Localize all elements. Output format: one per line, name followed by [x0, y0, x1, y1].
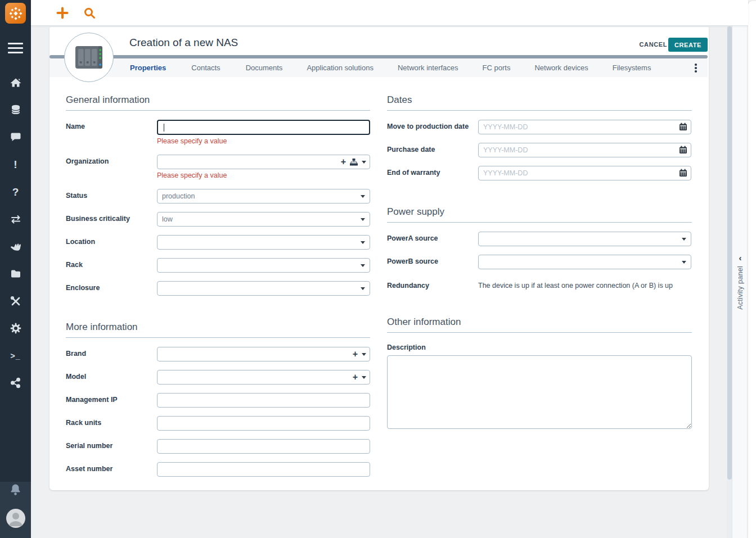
- field-row-enclosure: Enclosure: [66, 281, 370, 296]
- chat-icon[interactable]: [0, 129, 31, 144]
- activity-panel-label[interactable]: Activity panel: [736, 266, 744, 310]
- end-of-warranty-date-input[interactable]: [478, 166, 691, 180]
- organization-select[interactable]: +: [157, 155, 370, 169]
- status-select[interactable]: production: [157, 189, 370, 204]
- section-title-power-supply: Power supply: [387, 206, 692, 223]
- add-brand-icon[interactable]: +: [353, 350, 358, 359]
- management-ip-input[interactable]: [157, 393, 370, 408]
- text-cursor: [164, 124, 164, 132]
- object-creation-card: Creation of a new NAS CANCEL CREATE Prop…: [50, 27, 709, 490]
- helping-hand-icon[interactable]: [0, 239, 31, 254]
- move-to-production-date-input[interactable]: [478, 120, 691, 134]
- create-button[interactable]: CREATE: [668, 38, 708, 52]
- field-row-status: Status production: [66, 189, 370, 204]
- folder-icon[interactable]: [0, 266, 31, 281]
- activity-panel-collapsed: ‹ Activity panel: [732, 26, 748, 538]
- location-select[interactable]: [157, 235, 370, 250]
- tab-network-interfaces[interactable]: Network interfaces: [398, 64, 458, 72]
- description-textarea[interactable]: [387, 355, 692, 429]
- model-select[interactable]: +: [157, 370, 370, 385]
- rack-units-input[interactable]: [157, 416, 370, 431]
- tab-overflow-kebab-icon[interactable]: [692, 63, 700, 73]
- tab-fc-ports[interactable]: FC ports: [483, 64, 511, 72]
- tab-contacts[interactable]: Contacts: [191, 64, 220, 72]
- menu-icon[interactable]: [8, 43, 23, 56]
- field-row-powerb-source: PowerB source: [387, 255, 692, 269]
- cancel-button[interactable]: CANCEL: [640, 41, 667, 48]
- field-row-powera-source: PowerA source: [387, 232, 692, 246]
- expand-activity-panel-chevron-icon[interactable]: ‹: [739, 254, 742, 262]
- tab-filesystems[interactable]: Filesystems: [613, 64, 651, 72]
- tab-documents[interactable]: Documents: [246, 64, 283, 72]
- itop-logo[interactable]: [5, 3, 26, 24]
- share-icon[interactable]: [0, 375, 31, 390]
- notifications-bell-icon[interactable]: [0, 482, 31, 500]
- management-ip-label: Management IP: [66, 393, 157, 408]
- tab-properties[interactable]: Properties: [130, 64, 166, 72]
- calendar-icon[interactable]: [679, 169, 687, 177]
- model-dropdown-caret-icon[interactable]: [362, 376, 366, 379]
- scrollbar-thumb[interactable]: [727, 26, 732, 480]
- status-label: Status: [66, 189, 157, 204]
- itop-logo-icon: [8, 6, 23, 21]
- description-label: Description: [387, 343, 692, 351]
- powerb-source-label: PowerB source: [387, 255, 478, 269]
- rack-select[interactable]: [157, 258, 370, 273]
- terminal-icon[interactable]: >_: [0, 349, 31, 363]
- field-row-serial-number: Serial number: [66, 439, 370, 454]
- powera-source-label: PowerA source: [387, 232, 478, 246]
- business-criticality-select[interactable]: low: [157, 212, 370, 227]
- section-title-other-information: Other information: [387, 317, 692, 333]
- tab-network-devices[interactable]: Network devices: [534, 64, 588, 72]
- calendar-icon[interactable]: [679, 123, 687, 131]
- brand-select[interactable]: +: [157, 347, 370, 361]
- field-row-name: Name Please specify a value: [66, 120, 370, 145]
- asset-number-input[interactable]: [157, 462, 370, 477]
- calendar-icon[interactable]: [679, 146, 687, 154]
- name-input[interactable]: [157, 120, 370, 135]
- organization-dropdown-caret-icon[interactable]: [362, 161, 366, 164]
- field-row-rack: Rack: [66, 258, 370, 273]
- name-label: Name: [66, 120, 157, 145]
- gear-icon[interactable]: [0, 321, 31, 336]
- exclamation-icon[interactable]: !: [0, 157, 31, 171]
- enclosure-select[interactable]: [157, 281, 370, 296]
- create-new-plus-icon[interactable]: [56, 6, 69, 20]
- page-title: Creation of a new NAS: [129, 37, 238, 49]
- rack-units-label: Rack units: [66, 416, 157, 431]
- rack-label: Rack: [66, 258, 157, 273]
- field-row-business-criticality: Business criticality low: [66, 212, 370, 227]
- add-model-icon[interactable]: +: [353, 373, 358, 382]
- hierarchy-icon[interactable]: [350, 159, 358, 166]
- tab-application-solutions[interactable]: Application solutions: [307, 64, 374, 72]
- field-row-location: Location: [66, 235, 370, 250]
- powerb-source-select[interactable]: [478, 255, 691, 269]
- search-icon[interactable]: [83, 6, 96, 20]
- powera-source-select[interactable]: [478, 232, 691, 246]
- nas-device-icon: [74, 45, 104, 70]
- add-organization-icon[interactable]: +: [341, 157, 346, 166]
- home-icon[interactable]: [0, 75, 31, 90]
- redundancy-text: The device is up if at least one power c…: [478, 279, 691, 290]
- question-icon[interactable]: ?: [0, 184, 31, 199]
- tools-icon[interactable]: [0, 294, 31, 309]
- section-title-dates: Dates: [387, 94, 692, 111]
- organization-error: Please specify a value: [157, 171, 370, 179]
- tab-bar: Properties Contacts Documents Applicatio…: [50, 58, 708, 77]
- rack-dropdown-caret-icon: [361, 264, 365, 267]
- status-dropdown-caret-icon: [361, 195, 365, 198]
- transfer-arrows-icon[interactable]: [0, 212, 31, 227]
- enclosure-dropdown-caret-icon: [361, 287, 365, 290]
- user-avatar[interactable]: [6, 509, 25, 528]
- top-toolbar: [31, 0, 748, 26]
- location-dropdown-caret-icon: [361, 241, 365, 244]
- database-icon[interactable]: [0, 102, 31, 117]
- brand-dropdown-caret-icon[interactable]: [362, 353, 366, 356]
- field-row-redundancy: Redundancy The device is up if at least …: [387, 279, 692, 290]
- asset-number-label: Asset number: [66, 462, 157, 477]
- serial-number-input[interactable]: [157, 439, 370, 454]
- purchase-date-input[interactable]: [478, 143, 691, 157]
- field-row-management-ip: Management IP: [66, 393, 370, 408]
- model-label: Model: [66, 370, 157, 385]
- status-value: production: [162, 192, 195, 200]
